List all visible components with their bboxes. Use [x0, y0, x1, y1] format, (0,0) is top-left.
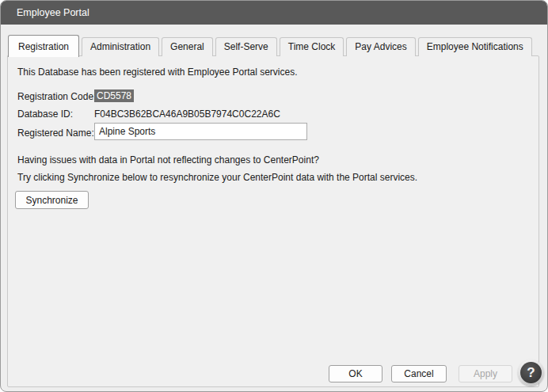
registered-status-text: This Database has been registered with E… — [17, 67, 298, 78]
database-id-label: Database ID: — [17, 108, 73, 120]
registration-code-label: Registration Code: — [17, 91, 96, 102]
cancel-button[interactable]: Cancel — [391, 365, 447, 382]
tab-general[interactable]: General — [162, 37, 213, 56]
registration-tab-panel: This Database has been registered with E… — [7, 55, 539, 387]
tab-pay-advices[interactable]: Pay Advices — [346, 37, 415, 56]
sync-help-text-line1: Having issues with data in Portal not re… — [17, 154, 319, 166]
tab-time-clock[interactable]: Time Clock — [280, 37, 344, 56]
sync-help-text-line2: Try clicking Synchronize below to resync… — [17, 172, 417, 183]
registered-name-label: Registered Name: — [17, 127, 94, 139]
tab-administration[interactable]: Administration — [82, 37, 159, 56]
employee-portal-dialog: Employee Portal Registration Administrat… — [0, 0, 548, 392]
tab-bar: Registration Administration General Self… — [8, 35, 535, 56]
window-title: Employee Portal — [17, 7, 89, 18]
database-id-value: F04BC3B62BCA46A9B05B7974C0C22A6C — [94, 108, 280, 120]
tab-employee-notifications[interactable]: Employee Notifications — [418, 37, 532, 56]
synchronize-button[interactable]: Synchronize — [15, 191, 89, 209]
registered-name-input[interactable] — [94, 123, 307, 140]
question-mark-icon: ? — [520, 362, 542, 383]
help-button[interactable]: ? — [518, 360, 544, 386]
ok-button[interactable]: OK — [329, 365, 382, 382]
tab-self-serve[interactable]: Self-Serve — [215, 37, 277, 56]
titlebar[interactable]: Employee Portal — [1, 1, 547, 25]
tab-registration[interactable]: Registration — [8, 35, 79, 57]
apply-button[interactable]: Apply — [459, 365, 512, 382]
registration-code-value[interactable]: CD5578 — [94, 89, 134, 102]
